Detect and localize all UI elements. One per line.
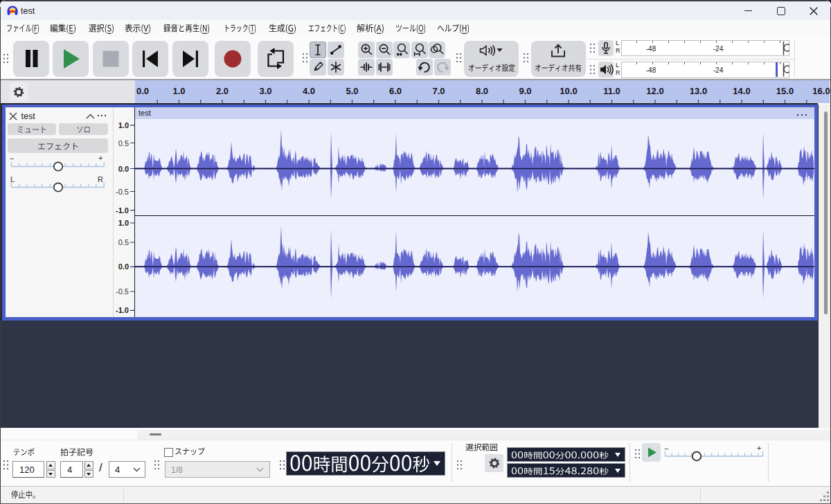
svg-text:-48: -48 xyxy=(646,66,656,74)
svg-text:-48: -48 xyxy=(646,44,656,52)
svg-text:-24: -24 xyxy=(713,44,724,52)
svg-text:-24: -24 xyxy=(713,66,724,74)
